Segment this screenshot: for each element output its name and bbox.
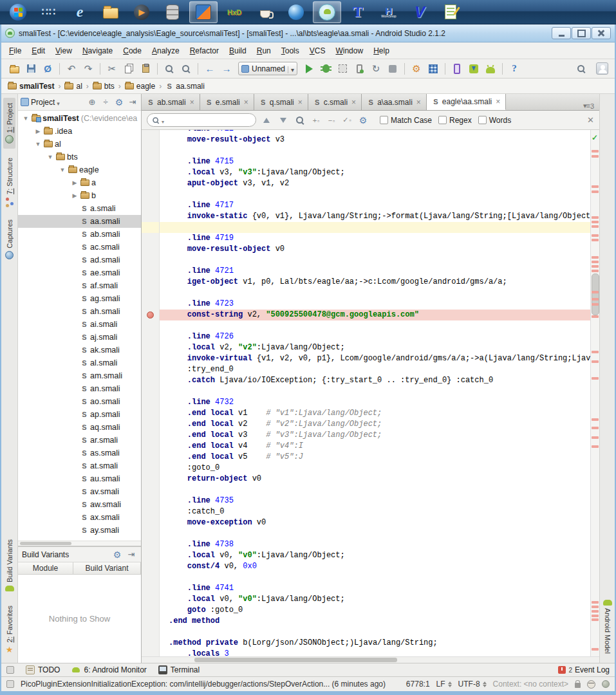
search-history-dropdown-icon[interactable] [162,115,164,126]
error-stripe[interactable] [590,130,599,656]
hector-inspector-icon[interactable] [587,680,595,689]
code-line[interactable]: .local v0, "v0":Ljava/lang/Object; [142,594,590,605]
code-line[interactable]: .line 4715 [142,156,590,167]
stripe-mark[interactable] [592,445,599,448]
gutter[interactable] [142,189,160,200]
build-variants-gear-icon[interactable] [111,549,123,561]
tree-item-b[interactable]: b [18,189,141,202]
search-option-regex[interactable]: Regex [438,116,472,125]
gutter[interactable] [142,485,160,496]
tree-item-aj.smali[interactable]: Saj.smali [18,331,141,344]
start-button-icon[interactable] [4,1,32,23]
gutter[interactable] [142,255,160,266]
tree-item-af.smali[interactable]: Saf.smali [18,279,141,292]
stripe-mark[interactable] [592,427,599,429]
code-line[interactable]: .end local v1 # "v1":Ljava/lang/Object; [142,408,590,419]
run-icon[interactable] [301,61,317,77]
minimize-button[interactable] [552,27,571,39]
menu-help[interactable]: Help [368,44,395,58]
tree-item-ae.smali[interactable]: Sae.smali [18,266,141,279]
stripe-mark[interactable] [592,270,599,272]
close-button[interactable] [592,27,611,39]
gutter[interactable] [142,310,160,320]
gutter[interactable] [142,364,160,375]
breadcrumb-eagle[interactable]: eagle [124,81,156,91]
tree-item-ai.smali[interactable]: Sai.smali [18,318,141,331]
project-structure-icon[interactable] [425,61,441,77]
close-tab-icon[interactable] [190,98,194,107]
run-config-select[interactable]: Unnamed [238,62,297,75]
line-ending-selector[interactable]: LF [436,680,452,689]
stripe-mark[interactable] [592,291,599,293]
tool-button-1-project[interactable]: 1: Project [3,98,15,149]
menu-window[interactable]: Window [330,44,368,58]
editor-hscroll-thumb[interactable] [194,658,397,662]
close-tab-icon[interactable] [244,98,248,107]
code-line[interactable] [142,145,590,156]
stripe-mark[interactable] [592,418,599,421]
coverage-icon[interactable] [335,61,350,77]
collapse-arrow-icon[interactable] [46,154,54,160]
gutter[interactable] [142,342,160,353]
blue-sphere-app-icon[interactable] [282,1,310,23]
stripe-mark[interactable] [592,265,599,268]
tree-item-ao.smali[interactable]: Sao.smali [18,395,141,408]
debug-icon[interactable] [318,61,333,77]
tree-item-aq.smali[interactable]: Saq.smali [18,421,141,434]
stripe-mark[interactable] [592,610,599,613]
tree-item-a.smali[interactable]: Sa.smali [18,202,141,215]
code-line[interactable] [142,189,590,200]
gutter[interactable] [142,419,160,430]
next-occurrence-icon[interactable] [277,114,290,127]
tree-item-au.smali[interactable]: Sau.smali [18,472,141,485]
gutter[interactable] [142,167,160,178]
attach-debugger-icon[interactable] [351,61,367,77]
stripe-mark[interactable] [592,256,599,259]
code-line[interactable]: :try_end_0 [142,364,590,375]
find-icon[interactable] [162,61,177,77]
breadcrumb-al[interactable]: al [63,81,83,91]
tree-item-ac.smali[interactable]: Sac.smali [18,241,141,254]
close-tab-icon[interactable] [416,98,421,107]
code-line[interactable] [142,572,590,583]
code-line[interactable]: .locals 3 [142,649,590,656]
tree-item-ay.smali[interactable]: Say.smali [18,524,141,537]
gutter[interactable] [142,299,160,310]
tree-hscroll-thumb[interactable] [20,542,71,545]
code-line[interactable]: goto :goto_0 [142,605,590,616]
code-line[interactable]: .catch Ljava/io/IOException; {:try_start… [142,375,590,386]
encoding-selector[interactable]: UTF-8 [458,680,487,689]
open-icon[interactable] [6,61,22,77]
tool-button-2-favorites[interactable]: 2: Favorites [3,600,16,659]
locate-file-icon[interactable]: ⊕ [86,97,98,108]
gutter[interactable] [142,222,160,233]
code-line[interactable]: return-object v0 [142,474,590,485]
stripe-mark[interactable] [592,234,599,237]
gutter[interactable] [142,331,160,342]
tab-c.smali[interactable]: Sc.smali [308,94,362,110]
save-all-icon[interactable] [23,61,39,77]
expand-arrow-icon[interactable] [34,128,42,134]
stripe-mark[interactable] [592,216,599,219]
cut-icon[interactable]: ✂ [104,61,120,77]
project-panel-title[interactable]: Project [31,98,55,107]
code-line[interactable]: .end local v4 # "v4":I [142,441,590,452]
close-tab-icon[interactable] [298,98,303,107]
tree-item-bts[interactable]: bts [18,151,141,163]
gutter[interactable] [142,550,160,561]
code-line[interactable] [142,288,590,299]
remove-occurrence-icon[interactable]: − [326,116,337,124]
code-line[interactable]: .line 4726 [142,331,590,342]
stripe-mark[interactable] [592,239,599,241]
variant-column-header[interactable]: Build Variant [73,562,141,574]
gutter[interactable] [142,145,160,156]
tree-item-al.smali[interactable]: Sal.smali [18,357,141,369]
stripe-mark[interactable] [592,225,599,228]
search-settings-gear-icon[interactable] [357,114,369,127]
code-line[interactable]: invoke-virtual {v1, v2, v0, p1}, Lcom/go… [142,353,590,364]
tab-eagle\aa.smali[interactable]: Seagle\aa.smali [427,94,506,110]
collapse-arrow-icon[interactable] [59,167,66,173]
tree-item-ah.smali[interactable]: Sah.smali [18,305,141,318]
gutter[interactable] [142,441,160,452]
code-line[interactable]: .end local v2 # "v2":Ljava/lang/Object; [142,419,590,430]
